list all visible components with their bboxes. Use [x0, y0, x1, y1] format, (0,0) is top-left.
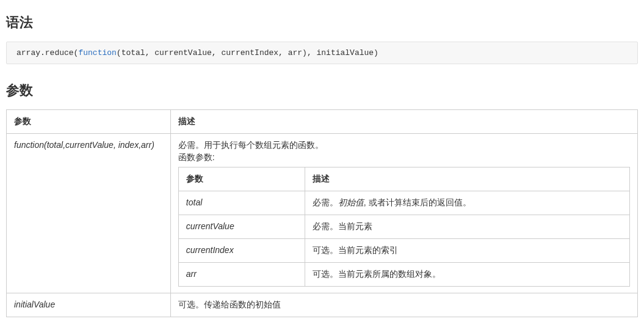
table-row: total 必需。初始值, 或者计算结束后的返回值。 [178, 191, 629, 215]
code-suffix: (total, currentValue, currentIndex, arr)… [117, 48, 378, 57]
inner-param-name: currentIndex [178, 239, 305, 263]
param-desc-cell: 可选。传递给函数的初始值 [170, 293, 637, 317]
inner-param-desc: 必需。初始值, 或者计算结束后的返回值。 [305, 191, 629, 215]
inner-desc-suffix: , 或者计算结束后的返回值。 [364, 197, 471, 207]
table-row: currentIndex 可选。当前元素的索引 [178, 239, 629, 263]
syntax-heading: 语法 [6, 13, 638, 32]
table-row: currentValue 必需。当前元素 [178, 215, 629, 239]
inner-param-name: currentValue [178, 215, 305, 239]
param-desc-intro: 必需。用于执行每个数组元素的函数。 [178, 140, 630, 151]
inner-param-desc: 必需。当前元素 [305, 215, 629, 239]
params-header-param: 参数 [7, 110, 171, 134]
syntax-code-block: array.reduce(function(total, currentValu… [6, 42, 638, 64]
table-row: function(total,currentValue, index,arr) … [7, 134, 638, 293]
code-prefix: array.reduce( [16, 48, 78, 57]
param-name-cell: initialValue [7, 293, 171, 317]
param-desc-sublabel: 函数参数: [178, 152, 630, 163]
inner-param-desc: 可选。当前元素所属的数组对象。 [305, 263, 629, 287]
param-name-cell: function(total,currentValue, index,arr) [7, 134, 171, 293]
inner-param-name: total [178, 191, 305, 215]
inner-header-param: 参数 [178, 167, 305, 191]
inner-param-desc: 可选。当前元素的索引 [305, 239, 629, 263]
inner-param-name: arr [178, 263, 305, 287]
code-keyword: function [78, 48, 116, 57]
inner-params-table: 参数 描述 total 必需。初始值, 或者计算结束后的返回值。 curre [178, 167, 630, 287]
params-table: 参数 描述 function(total,currentValue, index… [6, 109, 638, 317]
param-desc-cell: 必需。用于执行每个数组元素的函数。 函数参数: 参数 描述 total 必需 [170, 134, 637, 293]
inner-desc-prefix: 必需。 [313, 197, 338, 207]
params-header-desc: 描述 [170, 110, 637, 134]
inner-desc-italic: 初始值 [338, 197, 364, 207]
table-row: arr 可选。当前元素所属的数组对象。 [178, 263, 629, 287]
params-heading: 参数 [6, 81, 638, 100]
inner-header-desc: 描述 [305, 167, 629, 191]
table-row: initialValue 可选。传递给函数的初始值 [7, 293, 638, 317]
